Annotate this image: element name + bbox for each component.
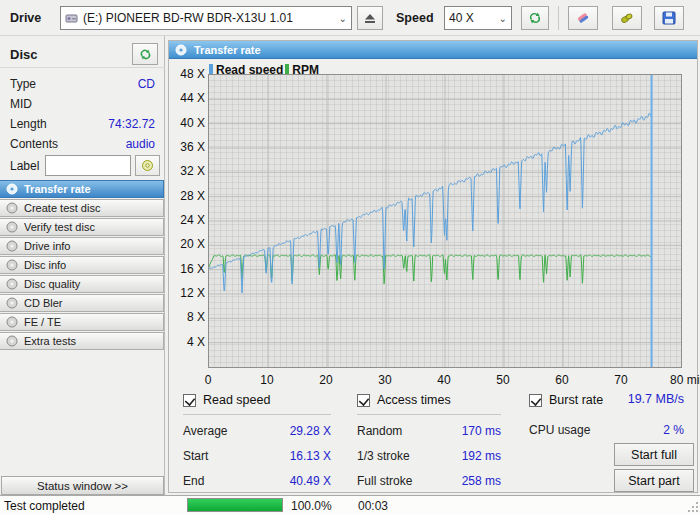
sidebar-item-disc-info[interactable]: Disc info xyxy=(0,256,164,274)
sidebar-item-label: FE / TE xyxy=(24,316,61,328)
divider xyxy=(183,414,331,415)
eject-icon xyxy=(364,13,376,24)
opti-drive-control-window: Drive (E:) PIONEER BD-RW BDR-X13U 1.01 ⌄… xyxy=(0,0,700,514)
sidebar-item-create-test-disc[interactable]: Create test disc xyxy=(0,199,164,217)
result-value: 170 ms xyxy=(462,424,501,438)
disc-panel-header: Disc xyxy=(0,42,165,68)
access-times-checkbox[interactable] xyxy=(357,394,370,407)
read-label-button[interactable] xyxy=(135,155,160,176)
burst-rate-value: 19.7 MB/s xyxy=(628,392,684,406)
y-tick-label: 36 X xyxy=(169,140,205,154)
burst-rate-checkbox[interactable] xyxy=(529,394,542,407)
chevron-down-icon: ⌄ xyxy=(495,13,507,24)
label-input[interactable] xyxy=(45,155,131,176)
x-tick-label: 40 xyxy=(436,373,452,387)
x-tick-label: 20 xyxy=(318,373,334,387)
disc-field-length: Length 74:32.72 xyxy=(0,114,165,134)
drive-value: (E:) PIONEER BD-RW BDR-X13U 1.01 xyxy=(83,11,293,25)
field-value: audio xyxy=(126,137,155,151)
drive-select[interactable]: (E:) PIONEER BD-RW BDR-X13U 1.01 ⌄ xyxy=(60,6,352,30)
cd-icon xyxy=(175,44,187,56)
cd-icon xyxy=(6,202,18,214)
status-window-button[interactable]: Status window >> xyxy=(1,476,164,495)
write-marker-button[interactable] xyxy=(612,6,642,30)
result-label: End xyxy=(183,474,204,488)
erase-disc-button[interactable] xyxy=(568,6,598,30)
result-row: Random 170 ms xyxy=(357,424,501,440)
speed-value: 40 X xyxy=(449,11,474,25)
x-tick-label: 50 xyxy=(495,373,511,387)
result-label: Start xyxy=(183,449,208,463)
field-value: 74:32.72 xyxy=(108,117,155,131)
result-value: 40.49 X xyxy=(290,474,331,488)
x-tick-label: 60 xyxy=(554,373,570,387)
result-value: 258 ms xyxy=(462,474,501,488)
x-tick-label: 0 xyxy=(200,373,216,387)
toolbar: Drive (E:) PIONEER BD-RW BDR-X13U 1.01 ⌄… xyxy=(0,0,700,36)
burst-rate-results: Burst rate 19.7 MB/s CPU usage 2 % Start… xyxy=(529,391,684,439)
read-speed-header: Read speed xyxy=(183,391,331,409)
speed-select[interactable]: 40 X ⌄ xyxy=(444,6,512,30)
sidebar-item-transfer-rate[interactable]: Transfer rate xyxy=(0,180,164,198)
disc-label-row: Label xyxy=(0,154,165,178)
sidebar-item-drive-info[interactable]: Drive info xyxy=(0,237,164,255)
sidebar-item-extra-tests[interactable]: Extra tests xyxy=(0,332,164,350)
cd-icon xyxy=(6,316,18,328)
burst-rate-header: Burst rate 19.7 MB/s xyxy=(529,391,684,409)
divider xyxy=(357,414,501,415)
toolbar-separator xyxy=(558,6,559,30)
cd-icon xyxy=(6,221,18,233)
x-tick-label: 80 min xyxy=(670,373,700,387)
cpu-usage-label: CPU usage xyxy=(529,423,590,437)
sidebar-item-label: Disc quality xyxy=(24,278,80,290)
y-tick-label: 16 X xyxy=(169,262,205,276)
chart-canvas xyxy=(209,75,681,367)
result-row: End 40.49 X xyxy=(183,474,331,490)
y-tick-label: 12 X xyxy=(169,286,205,300)
cd-icon xyxy=(141,159,154,172)
field-label: Contents xyxy=(10,137,58,151)
refresh-icon xyxy=(528,11,542,25)
result-row: 1/3 stroke 192 ms xyxy=(357,449,501,465)
access-times-header-label: Access times xyxy=(377,393,451,407)
start-full-button[interactable]: Start full xyxy=(614,443,694,466)
cd-icon xyxy=(6,335,18,347)
resize-grip[interactable] xyxy=(687,501,699,513)
sidebar-item-label: Disc info xyxy=(24,259,66,271)
disc-field-contents: Contents audio xyxy=(0,134,165,154)
y-tick-label: 48 X xyxy=(169,67,205,81)
burst-rate-header-label: Burst rate xyxy=(549,393,603,407)
drive-label: Drive xyxy=(10,11,41,25)
save-icon xyxy=(662,11,676,25)
test-menu: Transfer rate Create test disc Verify te… xyxy=(0,180,165,351)
y-tick-label: 8 X xyxy=(169,310,205,324)
sidebar-item-fe-te[interactable]: FE / TE xyxy=(0,313,164,331)
refresh-disc-button[interactable] xyxy=(132,43,158,65)
disc-field-type: Type CD xyxy=(0,74,165,94)
read-speed-checkbox[interactable] xyxy=(183,394,196,407)
sidebar-item-verify-test-disc[interactable]: Verify test disc xyxy=(0,218,164,236)
start-part-button[interactable]: Start part xyxy=(614,469,694,492)
cd-icon xyxy=(6,259,18,271)
sidebar-item-cd-bler[interactable]: CD Bler xyxy=(0,294,164,312)
y-tick-label: 20 X xyxy=(169,237,205,251)
save-button[interactable] xyxy=(654,6,684,30)
refresh-speed-button[interactable] xyxy=(521,6,549,30)
disc-panel-title: Disc xyxy=(10,47,37,62)
label-field-label: Label xyxy=(10,159,39,173)
x-tick-label: 30 xyxy=(377,373,393,387)
transfer-rate-chart[interactable] xyxy=(208,74,682,368)
field-value: CD xyxy=(138,77,155,91)
status-text: Test completed xyxy=(4,499,85,513)
progress-fill xyxy=(188,499,282,511)
eject-button[interactable] xyxy=(357,6,383,30)
elapsed-time: 00:03 xyxy=(358,499,388,513)
x-tick-label: 10 xyxy=(259,373,275,387)
result-value: 16.13 X xyxy=(290,449,331,463)
cpu-usage-row: CPU usage 2 % xyxy=(529,423,684,439)
chart-title-bar: Transfer rate xyxy=(169,41,697,59)
cd-icon xyxy=(6,240,18,252)
refresh-icon xyxy=(139,48,152,61)
read-speed-header-label: Read speed xyxy=(203,393,270,407)
sidebar-item-disc-quality[interactable]: Disc quality xyxy=(0,275,164,293)
